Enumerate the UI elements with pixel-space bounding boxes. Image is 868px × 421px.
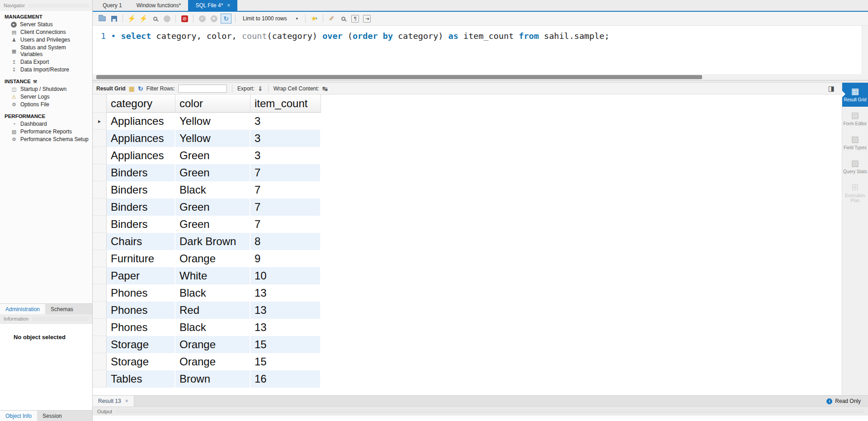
- cell-item-count[interactable]: 7: [250, 164, 321, 181]
- sidebar-item-status-system-variables[interactable]: ▦ Status and System Variables: [0, 44, 92, 58]
- table-row[interactable]: BindersBlack7: [93, 181, 321, 199]
- table-row[interactable]: BindersGreen7: [93, 199, 321, 216]
- rollback-button[interactable]: ✖: [209, 14, 219, 23]
- sql-editor[interactable]: 1 • select category, color, count(catego…: [93, 25, 868, 74]
- view-field-types[interactable]: ▨ Field Types: [842, 131, 868, 155]
- cell-item-count[interactable]: 13: [250, 284, 321, 302]
- cell-item-count[interactable]: 7: [250, 181, 321, 199]
- cell-category[interactable]: Phones: [107, 284, 175, 302]
- row-limit-dropdown[interactable]: Limit to 1000 rows ▾: [239, 14, 302, 23]
- row-header[interactable]: [93, 370, 107, 388]
- tab-schemas[interactable]: Schemas: [45, 304, 79, 314]
- close-icon[interactable]: ×: [125, 398, 128, 404]
- row-header[interactable]: [93, 130, 107, 147]
- row-header[interactable]: [93, 233, 107, 250]
- tab-object-info[interactable]: Object Info: [0, 411, 37, 421]
- cell-color[interactable]: Yellow: [175, 130, 250, 147]
- tab-result-13[interactable]: Result 13 ×: [93, 396, 134, 407]
- row-header[interactable]: [93, 250, 107, 267]
- open-file-button[interactable]: [97, 14, 107, 23]
- cell-category[interactable]: Storage: [107, 336, 175, 353]
- tab-sql-file-4[interactable]: SQL File 4* ×: [188, 0, 237, 11]
- row-header[interactable]: [93, 181, 107, 199]
- sidebar-item-performance-schema-setup[interactable]: ⚙ Performance Schema Setup: [0, 136, 92, 143]
- wrap-cell-content-icon[interactable]: ↹: [322, 85, 328, 92]
- cell-category[interactable]: Appliances: [107, 130, 175, 147]
- tab-session[interactable]: Session: [37, 411, 67, 421]
- cell-category[interactable]: Appliances: [107, 113, 175, 130]
- table-row[interactable]: ▸AppliancesYellow3: [93, 113, 321, 130]
- panel-toggle-icon[interactable]: ◨: [828, 85, 835, 93]
- sidebar-item-startup-shutdown[interactable]: ◫ Startup / Shutdown: [0, 85, 92, 93]
- cell-category[interactable]: Paper: [107, 267, 175, 284]
- save-snippet-button[interactable]: ★ +: [309, 14, 319, 23]
- tab-window-functions[interactable]: Window functions*: [129, 0, 189, 11]
- table-row[interactable]: StorageOrange15: [93, 353, 321, 370]
- cell-category[interactable]: Phones: [107, 319, 175, 336]
- row-header[interactable]: [93, 319, 107, 336]
- cell-color[interactable]: Green: [175, 216, 250, 233]
- row-marker[interactable]: ▸: [93, 113, 107, 130]
- cell-category[interactable]: Tables: [107, 370, 175, 388]
- table-row[interactable]: BindersGreen7: [93, 216, 321, 233]
- row-header[interactable]: [93, 302, 107, 319]
- explain-button[interactable]: [150, 14, 160, 23]
- cell-color[interactable]: Green: [175, 199, 250, 216]
- cell-category[interactable]: Phones: [107, 302, 175, 319]
- grid-icon[interactable]: ▦: [129, 85, 135, 92]
- cell-item-count[interactable]: 10: [250, 267, 321, 284]
- cell-color[interactable]: White: [175, 267, 250, 284]
- table-row[interactable]: PhonesRed13: [93, 302, 321, 319]
- cell-color[interactable]: Orange: [175, 353, 250, 370]
- table-row[interactable]: BindersGreen7: [93, 164, 321, 181]
- stop-on-error-toggle[interactable]: ⊘: [179, 14, 189, 23]
- cell-item-count[interactable]: 15: [250, 353, 321, 370]
- beautify-script-button[interactable]: ✐: [327, 14, 337, 23]
- cell-item-count[interactable]: 9: [250, 250, 321, 267]
- row-header[interactable]: [93, 216, 107, 233]
- close-icon[interactable]: ×: [227, 2, 230, 9]
- view-result-grid[interactable]: ▦ Result Grid: [842, 83, 868, 107]
- table-row[interactable]: FurnitureOrange9: [93, 250, 321, 267]
- sidebar-item-client-connections[interactable]: ▤ Client Connections: [0, 28, 92, 36]
- cell-color[interactable]: Green: [175, 147, 250, 164]
- editor-vertical-scrollbar[interactable]: [862, 26, 868, 74]
- row-header[interactable]: [93, 284, 107, 302]
- cell-item-count[interactable]: 16: [250, 370, 321, 388]
- cell-item-count[interactable]: 7: [250, 199, 321, 216]
- table-row[interactable]: PhonesBlack13: [93, 284, 321, 302]
- toggle-invisibles-button[interactable]: ¶: [350, 14, 360, 23]
- cell-category[interactable]: Appliances: [107, 147, 175, 164]
- table-row[interactable]: AppliancesGreen3: [93, 147, 321, 164]
- cell-item-count[interactable]: 3: [250, 147, 321, 164]
- cell-item-count[interactable]: 8: [250, 233, 321, 250]
- table-row[interactable]: PhonesBlack13: [93, 319, 321, 336]
- cell-category[interactable]: Binders: [107, 199, 175, 216]
- cell-category[interactable]: Storage: [107, 353, 175, 370]
- row-header[interactable]: [93, 147, 107, 164]
- view-form-editor[interactable]: ▤ Form Editor: [842, 107, 868, 131]
- toggle-word-wrap-button[interactable]: ⇥: [362, 14, 372, 23]
- table-row[interactable]: ChairsDark Brown8: [93, 233, 321, 250]
- editor-horizontal-scrollbar[interactable]: [93, 74, 868, 80]
- column-header-category[interactable]: category: [107, 95, 175, 113]
- table-row[interactable]: TablesBrown16: [93, 370, 321, 388]
- filter-rows-input[interactable]: [178, 85, 227, 93]
- row-header[interactable]: [93, 336, 107, 353]
- cell-item-count[interactable]: 3: [250, 130, 321, 147]
- view-query-stats[interactable]: ▧ Query Stats: [842, 155, 868, 179]
- tab-administration[interactable]: Administration: [0, 304, 45, 314]
- table-row[interactable]: PaperWhite10: [93, 267, 321, 284]
- tab-query-1[interactable]: Query 1: [95, 0, 129, 11]
- refresh-icon[interactable]: ↻: [138, 85, 143, 92]
- cell-color[interactable]: Orange: [175, 250, 250, 267]
- row-header[interactable]: [93, 353, 107, 370]
- cell-color[interactable]: Yellow: [175, 113, 250, 130]
- export-icon[interactable]: ⇓: [258, 85, 263, 92]
- view-execution-plan[interactable]: ⊞ Execution Plan: [842, 179, 868, 208]
- row-header[interactable]: [93, 164, 107, 181]
- sidebar-item-server-logs[interactable]: ⚠ Server Logs: [0, 93, 92, 101]
- cell-item-count[interactable]: 3: [250, 113, 321, 130]
- sidebar-item-data-export[interactable]: ↥ Data Export: [0, 58, 92, 66]
- execute-current-statement-button[interactable]: ⚡: [138, 14, 148, 23]
